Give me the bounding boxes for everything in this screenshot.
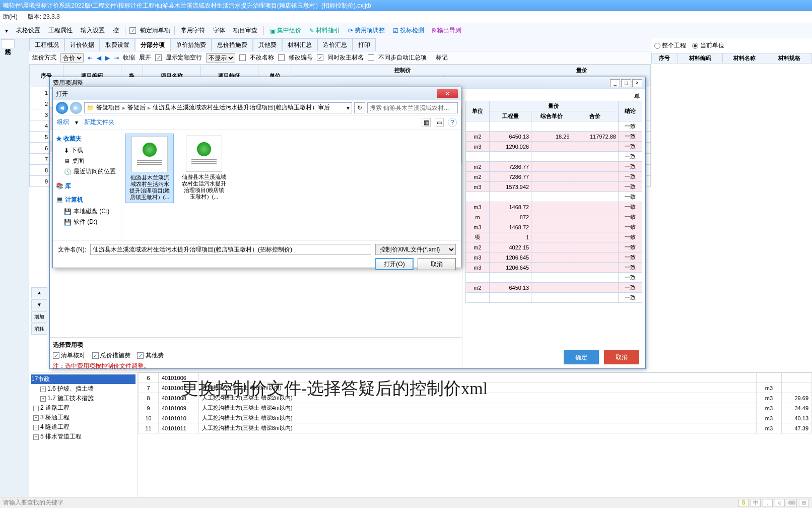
check-list-checkbox[interactable] xyxy=(53,352,59,359)
star-icon: ★ xyxy=(56,135,62,142)
tree-drive-c[interactable]: 💾本地磁盘 (C:) xyxy=(56,206,118,217)
minimize-icon[interactable]: _ xyxy=(610,79,620,87)
tree-node[interactable]: +2 道路工程 xyxy=(31,403,136,413)
ime-bar[interactable]: S 中 ， ☺ ⌨ ⊞ xyxy=(738,499,809,507)
nav-up-icon[interactable]: ▲ xyxy=(31,287,47,298)
nav-first-icon[interactable]: ⇤ xyxy=(88,54,93,61)
computer-icon: 💻 xyxy=(56,196,63,203)
conclusion-grid[interactable]: 单位量价结论 工程量综合单价合价 一致m26450.1318.29117972.… xyxy=(465,101,642,303)
file-filter-select[interactable]: 控制价XML文件(*.xml) xyxy=(375,244,456,255)
project-review-button[interactable]: 项目审查 xyxy=(231,25,259,36)
expand-icon[interactable]: ▾ xyxy=(3,26,10,35)
nav-prev-icon[interactable]: ◀ xyxy=(97,54,101,61)
cancel-open-button[interactable]: 取消 xyxy=(418,258,456,270)
tab-0[interactable]: 工程概况 xyxy=(29,38,64,51)
bid-check-button[interactable]: ☑ 投标检测 xyxy=(391,25,426,36)
open-button[interactable]: 打开(O) xyxy=(375,258,414,270)
consume-button[interactable]: 消耗 xyxy=(31,324,47,335)
no-rename-checkbox[interactable] xyxy=(239,54,246,61)
project-attr-button[interactable]: 工程属性 xyxy=(46,25,75,36)
quota-grid[interactable]: 640101006740101007挖沟槽土方(三类土 槽深8m以内)m3840… xyxy=(138,372,812,508)
left-panel: 村生活污水 xyxy=(0,38,29,508)
close-icon[interactable]: ✕ xyxy=(437,89,458,98)
refresh-icon[interactable]: ↻ xyxy=(354,102,365,113)
tree-node[interactable]: +1.7 施工技术措施 xyxy=(31,394,136,403)
tree-drive-d[interactable]: 💾软件 (D:) xyxy=(56,217,118,227)
tree-node[interactable]: +3 桥涵工程 xyxy=(31,413,136,422)
forward-icon[interactable]: ► xyxy=(70,102,82,114)
tree-node: 17市政 xyxy=(31,374,136,384)
organize-button[interactable]: 组织 xyxy=(57,118,69,126)
concentrate-button[interactable]: ▣ 集中组价 xyxy=(268,25,303,36)
material-grid[interactable]: 序号材料编码材料名称材料规格 xyxy=(651,53,812,64)
tree-node[interactable]: +4 隧道工程 xyxy=(31,422,136,432)
new-folder-button[interactable]: 新建文件夹 xyxy=(84,118,114,126)
ime-zhong-icon: 中 xyxy=(751,499,761,507)
material-guide-button[interactable]: ✎ 材料指引 xyxy=(307,25,342,36)
search-input[interactable] xyxy=(367,102,458,113)
group-mode-select[interactable]: 合价 xyxy=(60,53,84,62)
input-settings-button[interactable]: 输入设置 xyxy=(79,25,107,36)
view-icon[interactable]: ▦ xyxy=(422,118,431,127)
tab-7[interactable]: 材料汇总 xyxy=(282,38,317,51)
font-button[interactable]: 字体 xyxy=(211,25,227,36)
nav-down-icon[interactable]: ▼ xyxy=(31,299,47,310)
category-tree[interactable]: 17市政 +1.6 护坡、挡土墙+1.7 施工技术措施+2 道路工程+3 桥涵工… xyxy=(29,372,138,508)
filename-input[interactable] xyxy=(90,244,371,255)
tab-9[interactable]: 打印 xyxy=(353,38,376,51)
folder-tree[interactable]: ★ 收藏夹 ⬇下载 🖥桌面 🕓最近访问的位置 📚 库 💻 计算机 💾本地磁盘 (… xyxy=(53,130,121,240)
side-buttons: ▲ ▼ 增加 消耗 xyxy=(31,287,47,335)
preview-icon[interactable]: ▭ xyxy=(435,118,444,127)
output-wizard-button[interactable]: ⎘ 输出导则 xyxy=(430,25,463,36)
check-total-checkbox[interactable] xyxy=(92,352,99,359)
fee-note: 注：选中费用项按控制价文件调整。 xyxy=(53,362,459,370)
show-quota-blank-checkbox[interactable] xyxy=(155,54,162,61)
tree-node[interactable]: +1.6 护坡、挡土墙 xyxy=(31,384,136,394)
tree-downloads[interactable]: ⬇下载 xyxy=(56,145,118,156)
expand-button[interactable]: 展开 xyxy=(139,53,151,62)
tab-2[interactable]: 取费设置 xyxy=(100,38,135,51)
tree-node[interactable]: +5 排水管道工程 xyxy=(31,432,136,441)
common-char-button[interactable]: 常用字符 xyxy=(179,25,207,36)
table-settings-button[interactable]: 表格设置 xyxy=(14,25,42,36)
close-icon[interactable]: × xyxy=(632,79,642,87)
tree-desktop[interactable]: 🖥桌面 xyxy=(56,156,118,166)
fee-adjust-button[interactable]: ⟳ 费用项调整 xyxy=(346,25,387,36)
tab-6[interactable]: 其他费 xyxy=(253,38,282,51)
file-list[interactable]: 仙游县木兰溪流域农村生活污水提升治理项目(赖店镇玉墩村）(...仙游县木兰溪流域… xyxy=(121,130,461,240)
nav-last-icon[interactable]: ⇥ xyxy=(114,54,119,61)
ctrl-button[interactable]: 控 xyxy=(111,25,121,36)
file-item[interactable]: 仙游县木兰溪流域农村生活污水提升治理项目(赖店镇玉墩村）(... xyxy=(180,134,228,202)
tab-3[interactable]: 分部分项 xyxy=(135,38,170,51)
nav-next-icon[interactable]: ▶ xyxy=(105,54,110,61)
sync-mat-checkbox[interactable] xyxy=(317,54,323,61)
tab-5[interactable]: 总价措施费 xyxy=(212,38,253,51)
no-sync-sum-checkbox[interactable] xyxy=(368,54,374,61)
tree-recent[interactable]: 🕓最近访问的位置 xyxy=(56,166,118,177)
no-show-select[interactable]: 不显示 xyxy=(206,53,235,62)
maximize-icon[interactable]: □ xyxy=(621,79,631,87)
tab-8[interactable]: 造价汇总 xyxy=(317,38,353,51)
left-tab[interactable]: 村生活污水 xyxy=(1,39,15,48)
menu-help[interactable]: 助(H) xyxy=(3,13,18,21)
recent-icon: 🕓 xyxy=(64,168,72,175)
cancel-button[interactable]: 取消 xyxy=(604,350,639,364)
collapse-button[interactable]: 收缩 xyxy=(123,53,135,62)
mod-num-checkbox[interactable] xyxy=(278,54,285,61)
file-item[interactable]: 仙游县木兰溪流域农村生活污水提升治理项目(赖店镇玉墩村）(... xyxy=(125,134,174,203)
lock-item-checkbox[interactable] xyxy=(129,27,136,34)
sub-toolbar: 组价方式 合价 ⇤ ◀ ▶ ⇥ 收缩 展开 显示定额空行 不显示 不改名称 修改… xyxy=(29,51,651,65)
check-other-checkbox[interactable] xyxy=(137,352,144,359)
mark-button[interactable]: 标记 xyxy=(436,53,448,62)
help-icon[interactable]: ? xyxy=(448,118,457,127)
add-button[interactable]: 增加 xyxy=(31,311,47,323)
status-bar: 请输入要查找的关键字 S 中 ， ☺ ⌨ ⊞ xyxy=(0,497,812,508)
tab-4[interactable]: 单价措施费 xyxy=(170,38,212,51)
tab-1[interactable]: 计价依据 xyxy=(64,38,100,51)
ok-button[interactable]: 确定 xyxy=(564,350,599,364)
menu-bar: 助(H) 版本: 23.3.3 xyxy=(0,11,812,23)
open-file-dialog: 打开 ✕ ◄ ► 📁 答疑项目▸ 答疑后▸ 仙游县木兰溪流域农村生活污水提升治理… xyxy=(52,87,461,268)
drive-icon: 💾 xyxy=(64,208,72,215)
back-icon[interactable]: ◄ xyxy=(56,102,68,114)
breadcrumb[interactable]: 📁 答疑项目▸ 答疑后▸ 仙游县木兰溪流域农村生活污水提升治理项目(赖店镇玉墩村… xyxy=(84,102,352,113)
